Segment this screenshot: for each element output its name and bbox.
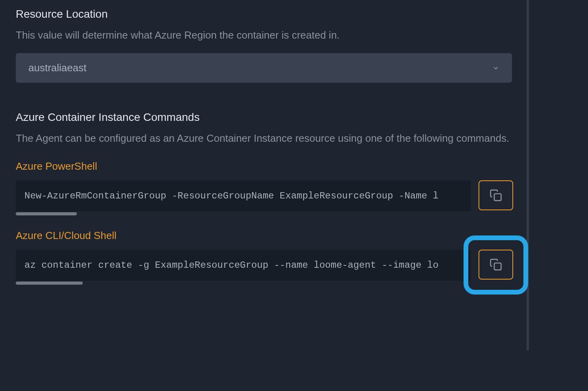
copy-icon <box>490 189 502 202</box>
svg-rect-0 <box>494 194 501 200</box>
commands-section-description: The Agent can be configured as an Azure … <box>16 131 572 146</box>
cli-heading: Azure CLI/Cloud Shell <box>16 230 572 242</box>
copy-powershell-button[interactable] <box>479 180 513 210</box>
cli-code-row: az container create -g ExampleResourceGr… <box>16 250 572 285</box>
cli-scrollbar[interactable] <box>16 282 83 285</box>
copy-icon <box>490 258 502 271</box>
resource-location-title: Resource Location <box>16 8 572 20</box>
powershell-heading: Azure PowerShell <box>16 160 572 172</box>
cli-code-wrapper: az container create -g ExampleResourceGr… <box>16 250 471 285</box>
dropdown-selected-value: australiaeast <box>28 62 86 74</box>
resource-location-description: This value will determine what Azure Reg… <box>16 28 572 43</box>
powershell-code-block[interactable]: New-AzureRmContainerGroup -ResourceGroup… <box>16 180 471 211</box>
cli-code-block[interactable]: az container create -g ExampleResourceGr… <box>16 250 471 281</box>
chevron-down-icon <box>492 65 499 72</box>
copy-cli-button[interactable] <box>479 250 513 280</box>
commands-section-title: Azure Container Instance Commands <box>16 111 572 124</box>
powershell-code-row: New-AzureRmContainerGroup -ResourceGroup… <box>16 180 572 215</box>
panel-divider <box>527 0 529 350</box>
powershell-code-wrapper: New-AzureRmContainerGroup -ResourceGroup… <box>16 180 471 215</box>
svg-rect-1 <box>494 263 501 270</box>
resource-location-dropdown[interactable]: australiaeast <box>16 53 512 83</box>
powershell-scrollbar[interactable] <box>16 212 77 215</box>
